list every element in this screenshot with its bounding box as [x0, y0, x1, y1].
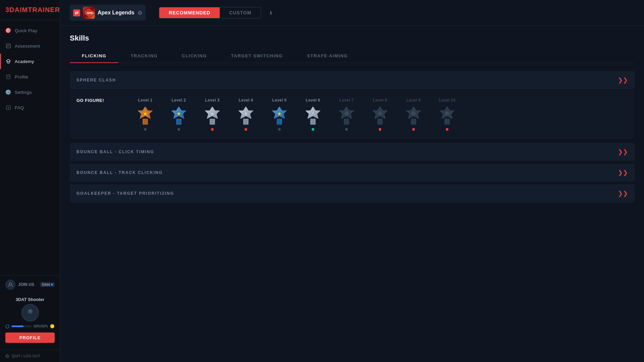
custom-tab[interactable]: CUSTOM	[220, 7, 261, 18]
join-us-label: JOIN US	[18, 282, 34, 287]
level-col-4: Level 4 ★	[231, 98, 261, 131]
medal-1[interactable]: ★	[137, 106, 154, 131]
main-content: ⇄ APEX Apex Legends ⚙ RECOMMENDED CUSTOM…	[60, 0, 644, 362]
tab-clicking[interactable]: CLICKING	[170, 49, 219, 63]
level-label-5: Level 5	[272, 98, 287, 103]
bounce-ball-track-header[interactable]: BOUNCE BALL - TRACK CLICKING ❯❯	[70, 164, 635, 182]
level-col-10: Level 10	[432, 98, 462, 131]
chevron-down-icon-3: ❯❯	[618, 169, 628, 176]
coin-icon: 🟡	[50, 324, 55, 328]
medal-5[interactable]: ★	[271, 106, 288, 131]
medal-8[interactable]	[371, 106, 389, 131]
level-col-6: Level 6	[298, 98, 328, 131]
sidebar-item-faq[interactable]: ? FAQ	[0, 100, 60, 115]
quit-logout-row[interactable]: ⏻ QUIT / LOG OUT	[0, 350, 60, 362]
tab-flicking[interactable]: FLICKING	[70, 49, 118, 63]
medal-10[interactable]	[438, 106, 456, 131]
tab-target-switching[interactable]: TARGET SWITCHING	[219, 49, 295, 63]
medal-dot-9	[412, 128, 415, 131]
medal-dot-8	[379, 128, 381, 131]
svg-rect-49	[411, 119, 416, 125]
info-icon[interactable]: ℹ	[270, 10, 272, 15]
sphere-clash-title: SPHERE CLASH	[76, 78, 116, 82]
svg-point-42	[345, 112, 348, 115]
medal-3[interactable]: ★	[204, 106, 221, 131]
medal-dot-2	[177, 128, 180, 131]
svg-point-45	[378, 112, 382, 115]
game-logo: APEX	[83, 7, 95, 19]
medal-dot-4	[245, 128, 247, 131]
chevron-down-icon-2: ❯❯	[618, 148, 628, 156]
badge-dot	[51, 284, 53, 286]
badge-count: 5944	[42, 283, 50, 287]
svg-rect-52	[444, 119, 450, 125]
tab-strafe-aiming[interactable]: STRAFE AIMING	[295, 49, 360, 63]
game-switcher[interactable]: ⇄ APEX Apex Legends ⚙	[70, 5, 146, 21]
goalkeeper-header[interactable]: GOALKEEPER - TARGET PRIORITIZING ❯❯	[70, 184, 635, 202]
sidebar-item-label: FAQ	[15, 105, 24, 110]
sphere-clash-header[interactable]: SPHERE CLASH ❯❯	[70, 71, 635, 89]
svg-point-38	[311, 112, 315, 115]
svg-rect-0	[6, 44, 10, 48]
medal-6[interactable]	[304, 106, 322, 131]
xp-label: 60%/50%	[34, 324, 48, 328]
svg-text:★: ★	[177, 111, 181, 116]
sidebar-nav: 🎯 Quick Play Assessment Academy	[0, 20, 60, 275]
settings-icon: ⚙️	[5, 89, 11, 95]
sidebar-item-quick-play[interactable]: 🎯 Quick Play	[0, 23, 60, 38]
level-label-4: Level 4	[239, 98, 253, 103]
level-col-7: Level 7	[331, 98, 362, 131]
profile-button[interactable]: PROFILE	[5, 333, 55, 343]
sidebar-item-settings[interactable]: ⚙️ Settings	[0, 84, 60, 100]
level-label-3: Level 3	[205, 98, 220, 103]
svg-text:?: ?	[7, 106, 9, 110]
assessment-icon	[5, 43, 11, 49]
medal-dot-7	[345, 128, 348, 131]
recommended-tab[interactable]: RECOMMENDED	[159, 7, 220, 18]
medal-7[interactable]	[338, 106, 355, 131]
sidebar-bottom: JOIN US 5944 3DAT Shooter	[0, 275, 60, 350]
sidebar-item-label: Settings	[15, 90, 32, 95]
sidebar-item-label: Profile	[15, 74, 28, 79]
level-headers-row: GO FIGURE! Level 1	[76, 98, 628, 131]
level-col-3: Level 3 ★	[197, 98, 227, 131]
medal-4[interactable]: ★	[237, 106, 255, 131]
medal-dot-5	[278, 128, 281, 131]
sidebar-item-profile[interactable]: Profile	[0, 69, 60, 84]
level-grid: GO FIGURE! Level 1	[70, 90, 635, 139]
sidebar-item-academy[interactable]: Academy	[0, 54, 60, 69]
chevron-down-icon-4: ❯❯	[618, 190, 628, 197]
medal-dot-6	[312, 128, 314, 131]
svg-rect-46	[377, 119, 383, 125]
medal-dot-1	[144, 128, 147, 131]
medal-dot-10	[446, 128, 448, 131]
quit-label: QUIT / LOG OUT	[12, 354, 40, 358]
level-col-2: Level 2 ★	[164, 98, 194, 131]
avatar	[21, 304, 39, 321]
level-label-6: Level 6	[306, 98, 320, 103]
sidebar-item-label: Assessment	[15, 44, 40, 49]
sidebar-item-label: Academy	[15, 59, 34, 64]
sidebar-item-label: Quick Play	[15, 28, 37, 33]
join-us-badge: 5944	[40, 282, 55, 287]
bounce-ball-click-header[interactable]: BOUNCE BALL - CLICK TIMING ❯❯	[70, 143, 635, 161]
medal-2[interactable]: ★	[170, 106, 187, 131]
medal-dot-3	[211, 128, 214, 131]
svg-text:APEX: APEX	[87, 11, 94, 15]
gear-icon[interactable]: ⚙	[138, 10, 142, 16]
svg-text:★: ★	[210, 111, 214, 116]
medal-9[interactable]	[405, 106, 422, 131]
tab-tracking[interactable]: TRACKING	[118, 49, 170, 63]
join-us-row[interactable]: JOIN US 5944	[5, 280, 55, 290]
svg-point-48	[412, 112, 415, 115]
level-label-2: Level 2	[172, 98, 186, 103]
sidebar: 3DAIMTRAINER 🎯 Quick Play Assessment	[0, 0, 60, 362]
profile-section: 3DAT Shooter 60%/50%	[5, 294, 55, 346]
level-col-5: Level 5 ★	[264, 98, 294, 131]
svg-text:★: ★	[244, 111, 248, 116]
svg-point-13	[6, 325, 9, 328]
sidebar-item-assessment[interactable]: Assessment	[0, 38, 60, 54]
game-title: Apex Legends	[98, 10, 134, 16]
bounce-ball-click-title: BOUNCE BALL - CLICK TIMING	[76, 149, 154, 154]
skills-title: Skills	[70, 34, 635, 43]
